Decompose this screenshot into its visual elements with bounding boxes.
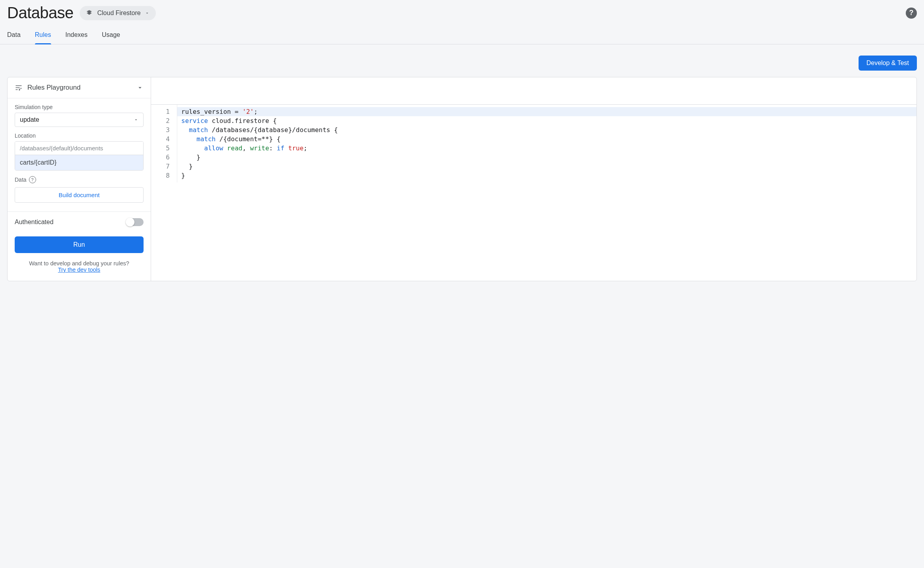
location-input[interactable] [15, 155, 143, 170]
code-line: allow read, write: if true; [181, 144, 912, 153]
code-line: match /{document=**} { [181, 134, 912, 144]
line-gutter: 12345678 [151, 105, 177, 182]
tab-bar: Data Rules Indexes Usage [0, 22, 924, 44]
tab-usage[interactable]: Usage [102, 31, 120, 44]
playground-title: Rules Playground [27, 84, 132, 92]
rules-playground-sidebar: Rules Playground Simulation type update … [8, 77, 151, 281]
page-title: Database [7, 4, 73, 22]
chevron-down-icon [136, 84, 144, 91]
sim-type-value: update [20, 116, 39, 123]
build-document-button[interactable]: Build document [15, 187, 144, 203]
footer-question: Want to develop and debug your rules? [29, 260, 129, 267]
help-icon[interactable]: ? [29, 176, 36, 183]
firestore-icon [85, 9, 93, 17]
authenticated-label: Authenticated [15, 219, 54, 226]
help-icon[interactable]: ? [906, 8, 917, 19]
sim-type-select[interactable]: update [15, 113, 144, 127]
code-content[interactable]: rules_version = '2'; service cloud.fires… [177, 105, 916, 182]
run-button[interactable]: Run [15, 236, 144, 253]
code-line: service cloud.firestore { [181, 116, 912, 125]
dev-tools-link[interactable]: Try the dev tools [58, 267, 100, 273]
editor-toolbar [151, 77, 916, 105]
data-label: Data [15, 177, 27, 183]
code-line: } [181, 162, 912, 171]
database-selector[interactable]: Cloud Firestore [80, 6, 155, 20]
code-line: rules_version = '2'; [177, 107, 916, 116]
chevron-down-icon [134, 117, 138, 122]
sliders-icon [15, 84, 23, 92]
code-line: match /databases/{database}/documents { [181, 125, 912, 134]
sim-type-label: Simulation type [15, 104, 144, 110]
rules-editor: 12345678 rules_version = '2'; service cl… [151, 77, 916, 281]
code-line: } [181, 153, 912, 162]
develop-test-button[interactable]: Develop & Test [859, 56, 917, 71]
database-selector-label: Cloud Firestore [97, 10, 140, 17]
code-line: } [181, 171, 912, 180]
playground-header[interactable]: Rules Playground [8, 77, 151, 98]
tab-data[interactable]: Data [7, 31, 21, 44]
tab-rules[interactable]: Rules [35, 31, 51, 44]
location-prefix: /databases/(default)/documents [15, 142, 143, 155]
location-label: Location [15, 132, 144, 139]
chevron-down-icon [145, 11, 150, 15]
authenticated-toggle[interactable] [126, 218, 144, 226]
tab-indexes[interactable]: Indexes [65, 31, 88, 44]
